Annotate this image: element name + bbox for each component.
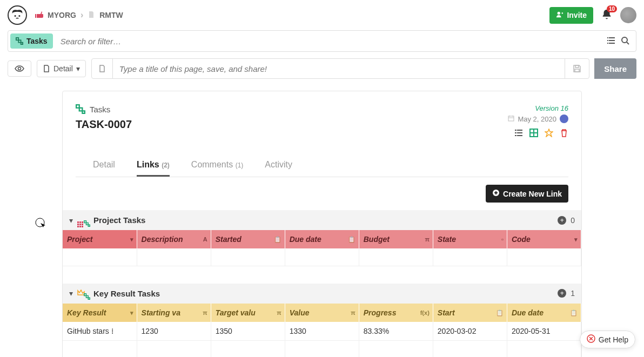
svg-rect-5 [21,43,23,45]
svg-point-12 [622,37,627,43]
section-title: Key Result Tasks [93,289,160,298]
grid-icon[interactable] [529,129,538,139]
svg-point-13 [18,68,21,70]
search-input[interactable] [55,31,600,51]
date-icon: 📋 [274,236,281,243]
col-keyresult[interactable]: Key Result▾ [63,304,137,322]
section-count: 0 [571,216,575,225]
invite-label: Invite [567,11,587,19]
table-row[interactable] [63,340,581,357]
page-icon [88,11,95,20]
col-description[interactable]: DescriptionA [137,230,211,248]
col-project[interactable]: Project▾ [63,230,137,248]
formula-icon: f(x) [420,309,430,316]
cell-duedate[interactable]: 2020-05-31 [507,322,581,341]
svg-rect-33 [88,298,90,299]
state-icon: ▫ [501,236,504,243]
date-icon: 📋 [496,309,504,316]
number-icon: π [351,309,355,316]
tab-activity[interactable]: Activity [265,154,292,177]
col-duedate[interactable]: Due date📋 [507,304,581,322]
thumbs-up-icon [35,10,43,21]
svg-point-2 [558,11,560,14]
cell-targetval[interactable]: 1350 [211,322,285,341]
key-result-tasks-icon [77,289,89,298]
project-tasks-table: Project▾ DescriptionA Started📋 Due date📋… [63,230,581,266]
app-logo[interactable] [8,5,27,25]
text-icon: A [203,236,207,243]
detail-dropdown[interactable]: Detail ▾ [37,60,86,77]
search-icon[interactable] [621,36,629,46]
get-help-button[interactable]: Get Help [580,331,635,348]
svg-rect-15 [575,69,579,72]
svg-rect-10 [607,43,608,44]
svg-rect-20 [515,130,516,131]
breadcrumb-project[interactable]: RMTW [99,11,123,19]
col-code[interactable]: Code▾ [507,230,581,248]
section-key-result-header: ▾ Key Result Tasks + 1 [63,284,581,304]
sort-icon: ▾ [130,236,133,243]
chevron-right-icon: › [81,10,83,20]
svg-point-0 [15,15,16,17]
project-tasks-icon [77,216,89,225]
svg-rect-18 [82,111,85,113]
list-view-icon[interactable] [607,36,615,46]
cell-startval[interactable]: 1230 [137,322,211,341]
col-duedate[interactable]: Due date📋 [285,230,359,248]
tab-comments[interactable]: Comments (1) [191,154,243,177]
page-title-icon [92,59,113,78]
svg-rect-30 [88,225,90,226]
add-row-button[interactable]: + [558,289,566,298]
svg-rect-21 [517,130,522,131]
list-icon[interactable] [514,129,523,139]
col-startval[interactable]: Starting vaπ [137,304,211,322]
notification-badge: 10 [607,5,617,12]
create-new-link-button[interactable]: Create New Link [486,185,568,203]
svg-rect-25 [517,135,522,136]
page-title-input[interactable] [113,59,565,78]
breadcrumb-org[interactable]: MYORG [48,11,76,19]
help-label: Get Help [599,335,628,344]
svg-rect-9 [609,40,615,41]
table-row[interactable] [63,248,581,266]
cell-progress[interactable]: 83.33% [359,322,433,341]
help-icon [587,334,595,345]
trash-icon[interactable] [560,129,568,139]
number-icon: π [203,309,207,316]
cell-start[interactable]: 2020-03-02 [433,322,507,341]
svg-rect-19 [508,116,514,121]
visibility-button[interactable] [8,60,31,77]
tab-detail[interactable]: Detail [93,154,115,177]
cell-value[interactable]: 1330 [285,322,359,341]
col-started[interactable]: Started📋 [211,230,285,248]
col-budget[interactable]: Budgetπ [359,230,433,248]
table-row[interactable]: GitHub stars ⁞ 1230 1350 1330 83.33% 202… [63,322,581,341]
col-value[interactable]: Valueπ [285,304,359,322]
version-label[interactable]: Version 16 [508,104,568,112]
add-row-button[interactable]: + [558,216,566,225]
collapse-toggle[interactable]: ▾ [69,289,73,298]
col-targetval[interactable]: Target valuπ [211,304,285,322]
key-result-tasks-table: Key Result▾ Starting vaπ Target valuπ Va… [63,304,581,358]
col-progress[interactable]: Progressf(x) [359,304,433,322]
collapse-toggle[interactable]: ▾ [69,216,73,225]
save-button[interactable] [565,59,589,78]
tasks-section-label: Tasks [90,105,110,114]
cell-keyresult[interactable]: GitHub stars ⁞ [63,322,137,341]
tab-links[interactable]: Links (2) [137,154,170,177]
share-button[interactable]: Share [594,58,636,79]
author-avatar[interactable] [560,114,568,123]
svg-rect-7 [609,37,615,38]
col-state[interactable]: State▫ [433,230,507,248]
star-icon[interactable] [545,129,553,139]
task-id: TASK-0007 [76,118,132,131]
tasks-filter-chip[interactable]: Tasks [10,33,53,49]
notifications-button[interactable]: 10 [601,9,613,22]
col-start[interactable]: Start📋 [433,304,507,322]
invite-button[interactable]: Invite [549,7,593,24]
svg-rect-6 [607,37,608,38]
svg-rect-11 [609,43,615,44]
plus-circle-icon [492,189,500,198]
detail-label: Detail [53,64,73,73]
user-avatar[interactable] [620,7,636,23]
